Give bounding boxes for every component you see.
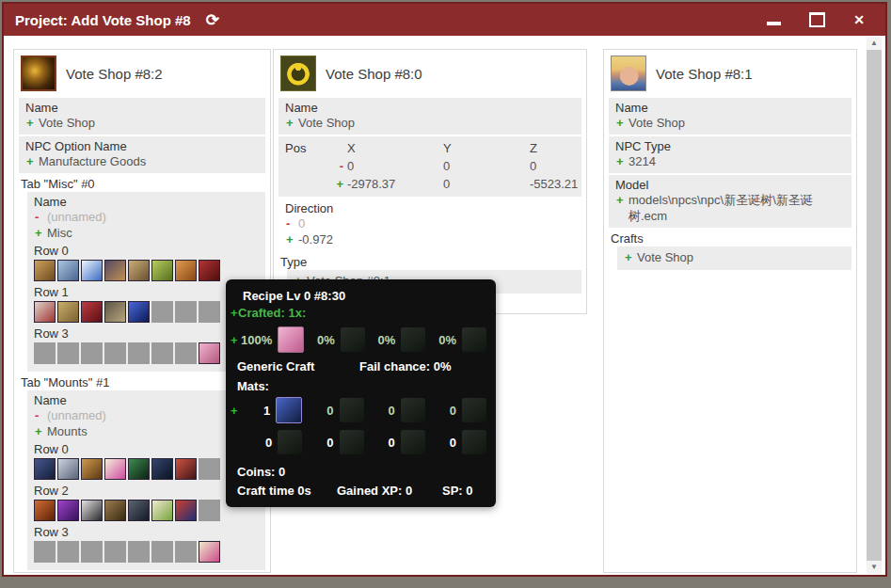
item-mount-tiger-white-icon[interactable] — [57, 458, 79, 480]
empty-slot[interactable] — [34, 541, 56, 563]
item-card-white-icon[interactable] — [34, 301, 56, 323]
empty-slot[interactable] — [34, 342, 56, 364]
item-mount-horse-blue-icon[interactable] — [34, 458, 56, 480]
item-ticket-dark-icon[interactable] — [104, 301, 126, 323]
empty-slot[interactable] — [199, 500, 220, 521]
item-mount-tiger-orange-icon[interactable] — [81, 458, 103, 480]
item-scroll-green-icon[interactable] — [151, 260, 173, 281]
item-mount-parrot-red-icon[interactable] — [175, 500, 197, 521]
tooltip-empty-slot[interactable] — [401, 398, 425, 422]
empty-slot[interactable] — [175, 301, 197, 323]
row-label: Row 3 — [34, 524, 259, 540]
scroll-down-icon[interactable]: ▼ — [867, 561, 882, 574]
empty-slot[interactable] — [57, 541, 79, 563]
item-orb-white-icon[interactable] — [81, 260, 103, 281]
minimize-button[interactable] — [767, 22, 781, 25]
empty-slot[interactable] — [151, 301, 173, 323]
item-card-red-icon[interactable] — [81, 301, 103, 323]
pos-axis-header: Y — [443, 141, 530, 155]
golden-eagle-npc-icon — [21, 56, 56, 91]
item-card-tan-icon[interactable] — [57, 301, 79, 323]
item-mount-egg-color-icon[interactable] — [199, 541, 220, 563]
item-mount-egg-white-icon[interactable] — [151, 500, 173, 521]
item-mount-bird-purple-icon[interactable] — [57, 500, 79, 521]
maximize-button[interactable] — [809, 12, 825, 27]
recipe-crafted-line: + Crafted: 1x: — [226, 306, 496, 324]
empty-slot[interactable] — [57, 342, 79, 364]
tooltip-empty-slot[interactable] — [401, 430, 425, 454]
empty-slot[interactable] — [151, 342, 173, 364]
item-scroll-tan-icon[interactable] — [34, 260, 56, 281]
item-mount-fish-red-icon[interactable] — [175, 458, 197, 480]
item-mount-horse-navy-icon[interactable] — [151, 458, 173, 480]
refresh-icon[interactable]: ⟳ — [206, 12, 219, 28]
item-scroll-orange-icon[interactable] — [175, 260, 197, 281]
field-label: NPC Option Name — [25, 139, 259, 153]
empty-slot[interactable] — [175, 541, 197, 563]
tooltip-cell: 0 — [425, 430, 486, 454]
tooltip-empty-slot[interactable] — [462, 327, 486, 352]
tooltip-empty-slot[interactable] — [401, 327, 425, 352]
value-text: Manufacture Goods — [39, 153, 146, 169]
tooltip-empty-slot[interactable] — [462, 430, 486, 454]
window-controls: ✕ — [767, 12, 874, 27]
craft-time-label: Craft time 0s — [237, 484, 337, 498]
item-firecracker-red-icon[interactable] — [199, 260, 220, 281]
item-horn-dark-icon[interactable] — [104, 260, 126, 281]
item-mount-croc-brown-icon[interactable] — [104, 500, 126, 521]
item-mount-dog-dalmatian-icon[interactable] — [81, 500, 103, 521]
field-group: Name+Vote Shop — [19, 98, 265, 135]
item-book-pink-icon[interactable] — [199, 342, 220, 364]
value-line: +Vote Shop — [285, 115, 575, 131]
tooltip-cell: 0 — [425, 398, 486, 422]
item-orb-blue-icon[interactable] — [128, 301, 150, 323]
pos-value: -2978.37 — [347, 177, 443, 191]
close-button[interactable]: ✕ — [853, 13, 865, 26]
tooltip-cell: 0 — [241, 430, 302, 454]
tooltip-cell: 0 — [364, 398, 425, 422]
recipe-title: Recipe Lv 0 #8:30 — [226, 286, 496, 306]
field-group: Direction-0+-0.972 — [278, 199, 581, 251]
field-group: NPC Option Name+Manufacture Goods — [19, 136, 265, 173]
tooltip-empty-slot[interactable] — [340, 398, 364, 422]
field-label: Name — [285, 101, 575, 115]
item-mount-unicorn-dark-icon[interactable] — [128, 500, 150, 521]
plus-sign: + — [286, 231, 293, 247]
pos-label: Pos — [285, 141, 332, 155]
plus-sign: + — [26, 153, 33, 169]
value-line: -(unnamed) — [34, 209, 259, 225]
item-slot-row — [34, 541, 259, 563]
crafted-label: Crafted: 1x: — [238, 306, 306, 320]
item-card-blue-icon[interactable] — [57, 260, 79, 281]
item-pink-charm-icon[interactable] — [278, 326, 304, 353]
empty-slot[interactable] — [128, 342, 150, 364]
tooltip-empty-slot[interactable] — [462, 398, 486, 422]
empty-slot[interactable] — [175, 342, 197, 364]
empty-slot[interactable] — [128, 541, 150, 563]
item-mount-horse-green-icon[interactable] — [128, 458, 150, 480]
vertical-scrollbar[interactable]: ▲ ▼ — [867, 37, 882, 574]
empty-slot[interactable] — [151, 541, 173, 563]
empty-slot[interactable] — [104, 342, 126, 364]
scroll-up-icon[interactable]: ▲ — [867, 37, 882, 50]
value-text: Vote Shop — [39, 115, 95, 131]
empty-slot[interactable] — [81, 342, 103, 364]
titlebar[interactable]: Project: Add Vote Shop #8 ⟳ ✕ — [4, 4, 885, 36]
item-mount-dragon-orange-icon[interactable] — [34, 500, 56, 521]
tooltip-empty-slot[interactable] — [341, 327, 365, 352]
window-title: Project: Add Vote Shop #8 — [15, 12, 191, 28]
tooltip-number: 0 — [450, 404, 456, 418]
item-pouch-tan-icon[interactable] — [128, 260, 150, 281]
scrollbar-thumb[interactable] — [867, 50, 882, 561]
recipe-footer: Craft time 0s Gained XP: 0 SP: 0 — [226, 480, 496, 498]
empty-slot[interactable] — [81, 541, 103, 563]
empty-slot[interactable] — [199, 301, 220, 323]
empty-slot[interactable] — [104, 541, 126, 563]
item-mount-egg-rainbow-icon[interactable] — [104, 458, 126, 480]
tooltip-number: 0% — [378, 333, 396, 347]
tooltip-empty-slot[interactable] — [340, 430, 364, 454]
item-blue-hammer-icon[interactable] — [276, 397, 302, 423]
tooltip-cell: 0% — [365, 327, 426, 352]
tooltip-empty-slot[interactable] — [278, 430, 302, 454]
empty-slot[interactable] — [199, 458, 220, 480]
